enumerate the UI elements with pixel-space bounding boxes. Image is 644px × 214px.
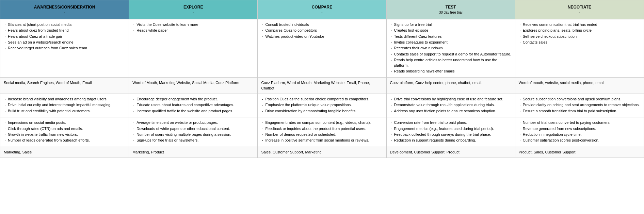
negotiate-sub: - <box>519 10 640 15</box>
list-item: Receives communication that trial has en… <box>519 22 640 27</box>
test-actions-list: Signs up for a free trial Creates first … <box>390 22 512 74</box>
explore-sub: - <box>132 10 254 15</box>
negotiate-goals-list: Secure subscription conversions and upse… <box>519 97 640 114</box>
list-item: Educate users about features and competi… <box>132 102 254 108</box>
compare-sub: - <box>261 10 383 15</box>
list-item: Signs up for a free trial <box>390 22 512 27</box>
list-item: Tests different Cuez features <box>390 34 512 39</box>
awareness-metrics-list: Impressions on social media posts. Click… <box>4 120 125 143</box>
list-item: Reduction in support requests during onb… <box>390 138 512 143</box>
compare-metrics-list: Engagement rates on comparison content (… <box>261 120 383 143</box>
header-negotiate: NEGOTIATE - <box>515 0 644 19</box>
awareness-goals-list: Increase brand visibility and awareness … <box>4 97 125 114</box>
negotiate-title: NEGOTIATE <box>568 5 591 10</box>
explore-title: EXPLORE <box>183 5 203 10</box>
compare-goals: Position Cuez as the superior choice com… <box>258 94 386 117</box>
test-sub: 30 day free trial <box>390 10 512 15</box>
list-item: Sign-ups for free trials or newsletters. <box>132 138 254 143</box>
awareness-metrics: Impressions on social media posts. Click… <box>0 117 129 147</box>
negotiate-metrics-list: Number of trial users converted to payin… <box>519 120 640 143</box>
explore-metrics-list: Average time spent on website or product… <box>132 120 254 143</box>
list-item: Increase qualified traffic to the websit… <box>132 109 254 114</box>
list-item: Downloads of white papers or other educa… <box>132 126 254 131</box>
list-item: Growth in website traffic from new visit… <box>4 132 125 137</box>
list-item: Creates first episode <box>390 28 512 33</box>
explore-actions: Visits the Cuez website to learn more Re… <box>129 19 258 78</box>
explore-actions-list: Visits the Cuez website to learn more Re… <box>132 22 254 33</box>
list-item: Watches product video on Youtrube <box>261 34 383 39</box>
compare-goals-list: Position Cuez as the superior choice com… <box>261 97 383 114</box>
list-item: Average time spent on website or product… <box>132 120 254 125</box>
negotiate-metrics: Number of trial users converted to payin… <box>515 117 644 147</box>
negotiate-actions-list: Receives communication that trial has en… <box>519 22 640 45</box>
awareness-goals: Increase brand visibility and awareness … <box>0 94 129 117</box>
awareness-sub: - <box>4 10 125 15</box>
compare-channels: Cuez Platform, Word of Mouth, Marketing … <box>258 78 386 94</box>
header-awareness: AWARENESS/CONSIDERATION - <box>0 0 129 19</box>
list-item: Build trust and credibility with potenti… <box>4 109 125 114</box>
explore-goals: Encourage deeper engagement with the pro… <box>129 94 258 117</box>
list-item: Increase in positive sentiment from soci… <box>261 138 383 143</box>
explore-goals-list: Encourage deeper engagement with the pro… <box>132 97 254 114</box>
negotiate-goals: Secure subscription conversions and upse… <box>515 94 644 117</box>
teams-row: Marketing, Sales Marketing, Product Sale… <box>0 147 644 158</box>
awareness-channels: Social media, Search Engines, Word of Mo… <box>0 78 129 94</box>
list-item: Received target outreach from Cuez sales… <box>4 46 125 51</box>
list-item: Invites colleagues to experiment <box>390 40 512 45</box>
metrics-row: Impressions on social media posts. Click… <box>0 117 644 147</box>
list-item: Reads help centre articles to better und… <box>390 57 512 68</box>
list-item: Drive initial curiosity and interest thr… <box>4 102 125 108</box>
list-item: Encourage deeper engagement with the pro… <box>132 97 254 102</box>
awareness-actions-list: Glances at (short post on social media H… <box>4 22 125 51</box>
list-item: Number of leads generated from outreach … <box>4 138 125 143</box>
list-item: Number of trial users converted to payin… <box>519 120 640 125</box>
list-item: Reduction in negotiation cycle time. <box>519 132 640 137</box>
compare-team: Sales, Customer Support, Marketing <box>258 147 386 158</box>
test-goals-list: Drive trial conversions by highlighting … <box>390 97 512 114</box>
negotiate-channels: Word of mouth, website, social media, ph… <box>515 78 644 94</box>
awareness-team: Marketing, Sales <box>0 147 129 158</box>
list-item: Recreates their own rundown <box>390 46 512 51</box>
list-item: Consult trusted individuals <box>261 22 383 27</box>
list-item: Engagement rates on comparison content (… <box>261 120 383 125</box>
list-item: Revenue generated from new subscriptions… <box>519 126 640 131</box>
list-item: Explores pricing plans, seats, billing c… <box>519 28 640 33</box>
list-item: Address any user friction points to ensu… <box>390 109 512 114</box>
header-compare: COMPARE - <box>258 0 386 19</box>
list-item: Reads onboarding newsletter emails <box>390 69 512 74</box>
compare-metrics: Engagement rates on comparison content (… <box>258 117 386 147</box>
list-item: Hears about cuez from trusted friend <box>4 28 125 33</box>
list-item: Glances at (short post on social media <box>4 22 125 27</box>
awareness-actions: Glances at (short post on social media H… <box>0 19 129 78</box>
negotiate-team: Product, Sales, Customer Support <box>515 147 644 158</box>
list-item: Customer satisfaction scores post-conver… <box>519 138 640 143</box>
explore-channels: Word of Mouth, Marketing Website, Social… <box>129 78 258 94</box>
awareness-title: AWARENESS/CONSIDERATION <box>34 5 95 10</box>
list-item: Secure subscription conversions and upse… <box>519 97 640 102</box>
list-item: Drive consideration by demonstrating tan… <box>261 109 383 114</box>
compare-title: COMPARE <box>312 5 332 10</box>
list-item: Ensure a smooth transition from trial to… <box>519 109 640 114</box>
header-test: TEST 30 day free trial <box>386 0 515 19</box>
list-item: Position Cuez as the superior choice com… <box>261 97 383 102</box>
list-item: Click-through rates (CTR) on ads and ema… <box>4 126 125 131</box>
list-item: Self-serve checkout subscription <box>519 34 640 39</box>
list-item: Number of users visiting multiple pages … <box>132 132 254 137</box>
explore-team: Marketing, Product <box>129 147 258 158</box>
test-actions: Signs up for a free trial Creates first … <box>386 19 515 78</box>
explore-metrics: Average time spent on website or product… <box>129 117 258 147</box>
test-metrics-list: Conversion rate from free trial to paid … <box>390 120 512 143</box>
list-item: Feedback or inquiries about the product … <box>261 126 383 131</box>
compare-actions: Consult trusted individuals Compares Cue… <box>258 19 386 78</box>
channels-row: Social media, Search Engines, Word of Mo… <box>0 78 644 94</box>
list-item: Hears about Cuez at a trade gair <box>4 34 125 39</box>
list-item: Engagement metrics (e.g., features used … <box>390 126 512 131</box>
list-item: Impressions on social media posts. <box>4 120 125 125</box>
list-item: Drive trial conversions by highlighting … <box>390 97 512 102</box>
compare-actions-list: Consult trusted individuals Compares Cue… <box>261 22 383 39</box>
list-item: Sees an ad on a website/search engine <box>4 40 125 45</box>
goals-row: Increase brand visibility and awareness … <box>0 94 644 117</box>
test-channels: Cuez platform, Cuez help center, phone, … <box>386 78 515 94</box>
list-item: Conversion rate from free trial to paid … <box>390 120 512 125</box>
list-item: Provide clarity on pricing and seat arra… <box>519 102 640 108</box>
